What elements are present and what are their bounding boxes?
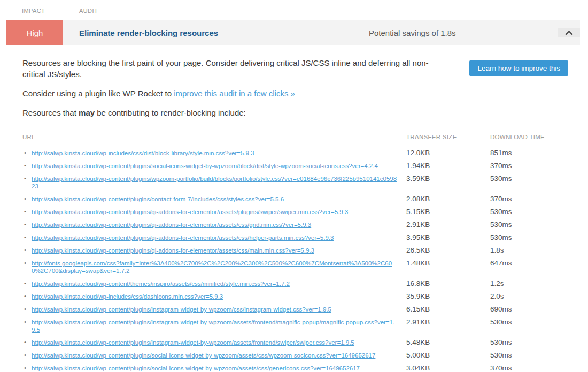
transfer-size-value: 3.95KB xyxy=(406,234,490,241)
resources-intro: Resources that may be contributing to re… xyxy=(22,107,580,118)
resource-url-link[interactable]: http://salwp.kinsta.cloud/wp-includes/cs… xyxy=(32,150,254,156)
table-row: http://salwp.kinsta.cloud/wp-content/plu… xyxy=(22,365,580,372)
transfer-size-value: 12.0KB xyxy=(406,149,490,157)
table-row: http://salwp.kinsta.cloud/wp-content/plu… xyxy=(22,318,580,333)
download-time-value: 370ms xyxy=(490,195,580,203)
resource-url-link[interactable]: http://salwp.kinsta.cloud/wp-content/the… xyxy=(32,280,290,287)
resource-url-cell: http://salwp.kinsta.cloud/wp-content/plu… xyxy=(22,339,399,346)
resource-url-link[interactable]: http://salwp.kinsta.cloud/wp-includes/cs… xyxy=(32,293,223,300)
transfer-size-value: 2.91KB xyxy=(406,221,490,229)
transfer-size-value: 2.91KB xyxy=(406,318,490,326)
download-time-value: 530ms xyxy=(490,234,580,241)
resource-url-cell: http://fonts.googleapis.com/css?family=I… xyxy=(22,260,399,275)
resource-url-link[interactable]: http://salwp.kinsta.cloud/wp-content/plu… xyxy=(32,365,360,371)
transfer-size-value: 5.15KB xyxy=(406,208,490,216)
table-row: http://salwp.kinsta.cloud/wp-content/plu… xyxy=(22,221,580,229)
transfer-size-value: 35.9KB xyxy=(406,293,490,300)
download-time-value: 851ms xyxy=(490,149,580,157)
audit-panel: IMPACT AUDIT High Eliminate render-block… xyxy=(0,0,588,372)
table-row: http://salwp.kinsta.cloud/wp-content/plu… xyxy=(22,162,580,170)
resource-table-header: URL TRANSFER SIZE DOWNLOAD TIME xyxy=(22,134,580,140)
download-time-value: 530ms xyxy=(490,339,580,346)
learn-how-button[interactable]: Learn how to improve this xyxy=(469,60,568,76)
resource-url-link[interactable]: http://salwp.kinsta.cloud/wp-content/plu… xyxy=(32,176,397,189)
column-headers: IMPACT AUDIT xyxy=(0,0,588,14)
url-column-header: URL xyxy=(22,134,406,140)
table-row: http://salwp.kinsta.cloud/wp-includes/cs… xyxy=(22,293,580,300)
resource-table: URL TRANSFER SIZE DOWNLOAD TIME http://s… xyxy=(22,134,580,372)
table-row: http://salwp.kinsta.cloud/wp-content/plu… xyxy=(22,339,580,346)
table-row: http://salwp.kinsta.cloud/wp-content/plu… xyxy=(22,234,580,241)
resource-url-link[interactable]: http://salwp.kinsta.cloud/wp-content/plu… xyxy=(32,163,378,169)
resources-intro-bold: may xyxy=(79,108,95,117)
resource-url-cell: http://salwp.kinsta.cloud/wp-content/plu… xyxy=(22,162,399,170)
resource-url-link[interactable]: http://fonts.googleapis.com/css?family=I… xyxy=(32,260,392,274)
chevron-up-icon xyxy=(565,28,573,37)
resource-table-body: http://salwp.kinsta.cloud/wp-includes/cs… xyxy=(22,149,580,372)
download-time-value: 1.8s xyxy=(490,247,580,254)
resource-url-link[interactable]: http://salwp.kinsta.cloud/wp-content/plu… xyxy=(32,319,394,333)
audit-row-body: Eliminate render-blocking resources Pote… xyxy=(63,20,580,45)
resource-url-link[interactable]: http://salwp.kinsta.cloud/wp-content/plu… xyxy=(32,196,284,202)
download-time-value: 370ms xyxy=(490,162,580,170)
transfer-size-value: 5.48KB xyxy=(406,339,490,346)
transfer-size-column-header: TRANSFER SIZE xyxy=(406,134,490,140)
table-row: http://salwp.kinsta.cloud/wp-includes/cs… xyxy=(22,149,580,157)
download-time-column-header: DOWNLOAD TIME xyxy=(490,134,580,140)
audit-description: Resources are blocking the first paint o… xyxy=(22,57,446,80)
resource-url-cell: http://salwp.kinsta.cloud/wp-content/plu… xyxy=(22,195,399,203)
table-row: http://salwp.kinsta.cloud/wp-content/plu… xyxy=(22,247,580,254)
audit-summary-row[interactable]: High Eliminate render-blocking resources… xyxy=(6,20,580,45)
audit-title: Eliminate render-blocking resources xyxy=(79,28,369,37)
transfer-size-value: 3.04KB xyxy=(406,365,490,372)
table-row: http://fonts.googleapis.com/css?family=I… xyxy=(22,260,580,275)
resource-url-link[interactable]: http://salwp.kinsta.cloud/wp-content/plu… xyxy=(32,306,331,313)
download-time-value: 370ms xyxy=(490,365,580,372)
improve-audit-link[interactable]: improve this audit in a few clicks » xyxy=(174,89,295,98)
resource-url-cell: http://salwp.kinsta.cloud/wp-content/plu… xyxy=(22,234,399,241)
download-time-value: 690ms xyxy=(490,306,580,313)
transfer-size-value: 2.08KB xyxy=(406,195,490,203)
resource-url-cell: http://salwp.kinsta.cloud/wp-content/plu… xyxy=(22,318,399,333)
table-row: http://salwp.kinsta.cloud/wp-content/plu… xyxy=(22,195,580,203)
collapse-button[interactable] xyxy=(558,28,580,37)
impact-badge: High xyxy=(6,20,63,45)
download-time-value: 2.0s xyxy=(490,293,580,300)
plugin-suggestion: Consider using a plugin like WP Rocket t… xyxy=(22,88,580,99)
resource-url-link[interactable]: http://salwp.kinsta.cloud/wp-content/plu… xyxy=(32,234,334,241)
resource-url-cell: http://salwp.kinsta.cloud/wp-content/plu… xyxy=(22,175,399,190)
transfer-size-value: 16.8KB xyxy=(406,280,490,287)
resource-url-cell: http://salwp.kinsta.cloud/wp-content/the… xyxy=(22,280,399,287)
transfer-size-value: 1.48KB xyxy=(406,260,490,267)
resource-url-cell: http://salwp.kinsta.cloud/wp-content/plu… xyxy=(22,208,399,216)
resource-url-cell: http://salwp.kinsta.cloud/wp-content/plu… xyxy=(22,306,399,313)
table-row: http://salwp.kinsta.cloud/wp-content/plu… xyxy=(22,306,580,313)
download-time-value: 530ms xyxy=(490,352,580,359)
impact-column-header: IMPACT xyxy=(22,7,79,14)
resource-url-cell: http://salwp.kinsta.cloud/wp-content/plu… xyxy=(22,352,399,359)
resource-url-link[interactable]: http://salwp.kinsta.cloud/wp-content/plu… xyxy=(32,352,375,359)
transfer-size-value: 1.94KB xyxy=(406,162,490,170)
transfer-size-value: 26.5KB xyxy=(406,247,490,254)
download-time-value: 530ms xyxy=(490,318,580,326)
transfer-size-value: 5.00KB xyxy=(406,352,490,359)
resource-url-cell: http://salwp.kinsta.cloud/wp-includes/cs… xyxy=(22,149,399,157)
download-time-value: 647ms xyxy=(490,260,580,267)
potential-savings-label: Potential savings of 1.8s xyxy=(369,28,456,37)
resource-url-cell: http://salwp.kinsta.cloud/wp-includes/cs… xyxy=(22,293,399,300)
resource-url-link[interactable]: http://salwp.kinsta.cloud/wp-content/plu… xyxy=(32,209,348,215)
resource-url-link[interactable]: http://salwp.kinsta.cloud/wp-content/plu… xyxy=(32,247,314,254)
audit-details: Resources are blocking the first paint o… xyxy=(0,45,588,372)
transfer-size-value: 6.15KB xyxy=(406,306,490,313)
plugin-suggestion-text: Consider using a plugin like WP Rocket t… xyxy=(22,89,174,98)
download-time-value: 1.2s xyxy=(490,280,580,287)
resource-url-link[interactable]: http://salwp.kinsta.cloud/wp-content/plu… xyxy=(32,222,311,228)
transfer-size-value: 3.59KB xyxy=(406,175,490,183)
resource-url-cell: http://salwp.kinsta.cloud/wp-content/plu… xyxy=(22,247,399,254)
resources-intro-start: Resources that xyxy=(22,108,79,117)
resource-url-link[interactable]: http://salwp.kinsta.cloud/wp-content/plu… xyxy=(32,339,354,346)
audit-column-header: AUDIT xyxy=(79,7,98,14)
download-time-value: 530ms xyxy=(490,221,580,229)
resource-url-cell: http://salwp.kinsta.cloud/wp-content/plu… xyxy=(22,365,399,372)
download-time-value: 530ms xyxy=(490,208,580,216)
